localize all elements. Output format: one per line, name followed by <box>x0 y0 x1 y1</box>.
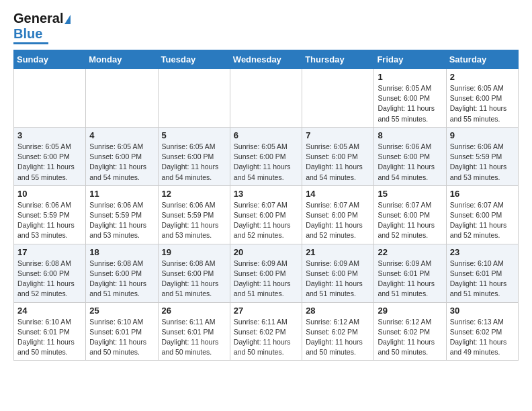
day-number: 24 <box>17 306 82 316</box>
day-number: 5 <box>162 130 226 140</box>
day-number: 28 <box>306 306 370 316</box>
calendar-cell: 12Sunrise: 6:06 AMSunset: 5:59 PMDayligh… <box>158 185 230 244</box>
logo: General Blue <box>13 11 72 44</box>
day-number: 8 <box>378 130 442 140</box>
page: General Blue SundayMondayTuesdayWednesda… <box>0 0 532 371</box>
calendar-cell: 4Sunrise: 6:05 AMSunset: 6:00 PMDaylight… <box>86 127 158 185</box>
calendar-table: SundayMondayTuesdayWednesdayThursdayFrid… <box>13 50 519 361</box>
day-number: 3 <box>17 130 82 140</box>
calendar-cell: 16Sunrise: 6:07 AMSunset: 6:00 PMDayligh… <box>446 185 518 244</box>
calendar-cell: 3Sunrise: 6:05 AMSunset: 6:00 PMDaylight… <box>14 127 86 185</box>
calendar-cell: 1Sunrise: 6:05 AMSunset: 6:00 PMDaylight… <box>374 69 446 128</box>
calendar-cell: 10Sunrise: 6:06 AMSunset: 5:59 PMDayligh… <box>14 185 86 244</box>
calendar-header-row: SundayMondayTuesdayWednesdayThursdayFrid… <box>14 50 519 69</box>
calendar-cell: 8Sunrise: 6:06 AMSunset: 6:00 PMDaylight… <box>374 127 446 185</box>
calendar-cell: 6Sunrise: 6:05 AMSunset: 6:00 PMDaylight… <box>230 127 302 185</box>
day-info: Sunrise: 6:07 AMSunset: 6:00 PMDaylight:… <box>306 200 370 241</box>
day-info: Sunrise: 6:07 AMSunset: 6:00 PMDaylight:… <box>234 200 298 241</box>
calendar-week-2: 3Sunrise: 6:05 AMSunset: 6:00 PMDaylight… <box>14 127 519 185</box>
calendar-cell: 24Sunrise: 6:10 AMSunset: 6:01 PMDayligh… <box>14 302 86 361</box>
calendar-cell: 13Sunrise: 6:07 AMSunset: 6:00 PMDayligh… <box>230 185 302 244</box>
calendar-cell: 25Sunrise: 6:10 AMSunset: 6:01 PMDayligh… <box>86 302 158 361</box>
calendar-cell <box>158 69 230 128</box>
header: General Blue <box>13 11 519 44</box>
day-number: 21 <box>306 247 370 257</box>
day-number: 19 <box>162 247 226 257</box>
day-info: Sunrise: 6:06 AMSunset: 5:59 PMDaylight:… <box>17 200 82 241</box>
calendar-cell: 26Sunrise: 6:11 AMSunset: 6:01 PMDayligh… <box>158 302 230 361</box>
calendar-week-5: 24Sunrise: 6:10 AMSunset: 6:01 PMDayligh… <box>14 302 519 361</box>
day-info: Sunrise: 6:06 AMSunset: 6:00 PMDaylight:… <box>378 142 442 183</box>
day-info: Sunrise: 6:05 AMSunset: 6:00 PMDaylight:… <box>378 83 442 124</box>
calendar-cell <box>86 69 158 128</box>
day-info: Sunrise: 6:05 AMSunset: 6:00 PMDaylight:… <box>162 142 226 183</box>
day-info: Sunrise: 6:05 AMSunset: 6:00 PMDaylight:… <box>234 142 298 183</box>
col-header-wednesday: Wednesday <box>230 50 302 69</box>
day-number: 7 <box>306 130 370 140</box>
day-info: Sunrise: 6:06 AMSunset: 5:59 PMDaylight:… <box>89 200 154 241</box>
calendar-cell: 11Sunrise: 6:06 AMSunset: 5:59 PMDayligh… <box>86 185 158 244</box>
day-number: 4 <box>89 130 154 140</box>
day-info: Sunrise: 6:10 AMSunset: 6:01 PMDaylight:… <box>450 259 515 300</box>
day-number: 29 <box>378 306 442 316</box>
day-info: Sunrise: 6:08 AMSunset: 6:00 PMDaylight:… <box>162 259 226 300</box>
col-header-tuesday: Tuesday <box>158 50 230 69</box>
col-header-friday: Friday <box>374 50 446 69</box>
calendar-cell: 17Sunrise: 6:08 AMSunset: 6:00 PMDayligh… <box>14 244 86 302</box>
calendar-cell: 20Sunrise: 6:09 AMSunset: 6:00 PMDayligh… <box>230 244 302 302</box>
day-number: 18 <box>89 247 154 257</box>
col-header-monday: Monday <box>86 50 158 69</box>
calendar-cell: 18Sunrise: 6:08 AMSunset: 6:00 PMDayligh… <box>86 244 158 302</box>
calendar-week-4: 17Sunrise: 6:08 AMSunset: 6:00 PMDayligh… <box>14 244 519 302</box>
day-number: 10 <box>17 189 82 199</box>
day-info: Sunrise: 6:06 AMSunset: 5:59 PMDaylight:… <box>162 200 226 241</box>
day-number: 1 <box>378 72 442 82</box>
day-info: Sunrise: 6:09 AMSunset: 6:00 PMDaylight:… <box>234 259 298 300</box>
day-info: Sunrise: 6:09 AMSunset: 6:00 PMDaylight:… <box>306 259 370 300</box>
calendar-week-3: 10Sunrise: 6:06 AMSunset: 5:59 PMDayligh… <box>14 185 519 244</box>
day-number: 12 <box>162 189 226 199</box>
day-number: 15 <box>378 189 442 199</box>
day-number: 20 <box>234 247 298 257</box>
calendar-cell <box>230 69 302 128</box>
calendar-cell: 29Sunrise: 6:12 AMSunset: 6:02 PMDayligh… <box>374 302 446 361</box>
calendar-cell: 7Sunrise: 6:05 AMSunset: 6:00 PMDaylight… <box>302 127 374 185</box>
calendar-cell: 28Sunrise: 6:12 AMSunset: 6:02 PMDayligh… <box>302 302 374 361</box>
day-info: Sunrise: 6:05 AMSunset: 6:00 PMDaylight:… <box>17 142 82 183</box>
day-info: Sunrise: 6:12 AMSunset: 6:02 PMDaylight:… <box>378 317 442 358</box>
day-info: Sunrise: 6:05 AMSunset: 6:00 PMDaylight:… <box>306 142 370 183</box>
calendar-cell <box>302 69 374 128</box>
day-info: Sunrise: 6:05 AMSunset: 6:00 PMDaylight:… <box>450 83 515 124</box>
calendar-cell: 21Sunrise: 6:09 AMSunset: 6:00 PMDayligh… <box>302 244 374 302</box>
col-header-thursday: Thursday <box>302 50 374 69</box>
day-number: 14 <box>306 189 370 199</box>
day-number: 25 <box>89 306 154 316</box>
calendar-cell: 5Sunrise: 6:05 AMSunset: 6:00 PMDaylight… <box>158 127 230 185</box>
calendar-cell: 23Sunrise: 6:10 AMSunset: 6:01 PMDayligh… <box>446 244 518 302</box>
day-info: Sunrise: 6:06 AMSunset: 5:59 PMDaylight:… <box>450 142 515 183</box>
day-number: 22 <box>378 247 442 257</box>
calendar-cell <box>14 69 86 128</box>
day-info: Sunrise: 6:08 AMSunset: 6:00 PMDaylight:… <box>17 259 82 300</box>
day-number: 27 <box>234 306 298 316</box>
calendar-cell: 27Sunrise: 6:11 AMSunset: 6:02 PMDayligh… <box>230 302 302 361</box>
day-info: Sunrise: 6:12 AMSunset: 6:02 PMDaylight:… <box>306 317 370 358</box>
day-info: Sunrise: 6:07 AMSunset: 6:00 PMDaylight:… <box>378 200 442 241</box>
day-number: 6 <box>234 130 298 140</box>
calendar-cell: 22Sunrise: 6:09 AMSunset: 6:01 PMDayligh… <box>374 244 446 302</box>
day-number: 11 <box>89 189 154 199</box>
calendar-cell: 19Sunrise: 6:08 AMSunset: 6:00 PMDayligh… <box>158 244 230 302</box>
day-info: Sunrise: 6:11 AMSunset: 6:02 PMDaylight:… <box>234 317 298 358</box>
day-number: 9 <box>450 130 515 140</box>
day-number: 26 <box>162 306 226 316</box>
day-number: 30 <box>450 306 515 316</box>
day-number: 2 <box>450 72 515 82</box>
calendar-cell: 30Sunrise: 6:13 AMSunset: 6:02 PMDayligh… <box>446 302 518 361</box>
day-number: 17 <box>17 247 82 257</box>
calendar-cell: 2Sunrise: 6:05 AMSunset: 6:00 PMDaylight… <box>446 69 518 128</box>
calendar-week-1: 1Sunrise: 6:05 AMSunset: 6:00 PMDaylight… <box>14 69 519 128</box>
day-number: 13 <box>234 189 298 199</box>
day-info: Sunrise: 6:11 AMSunset: 6:01 PMDaylight:… <box>162 317 226 358</box>
day-info: Sunrise: 6:09 AMSunset: 6:01 PMDaylight:… <box>378 259 442 300</box>
calendar-cell: 15Sunrise: 6:07 AMSunset: 6:00 PMDayligh… <box>374 185 446 244</box>
